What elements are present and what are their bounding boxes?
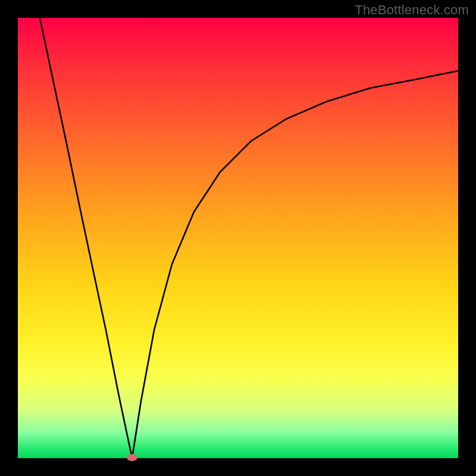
chart-frame: TheBottleneck.com (0, 0, 476, 476)
minimum-marker (127, 454, 137, 461)
plot-area (18, 18, 458, 458)
bottleneck-curve (40, 18, 458, 458)
curve-layer (18, 18, 458, 458)
watermark-text: TheBottleneck.com (355, 2, 469, 18)
